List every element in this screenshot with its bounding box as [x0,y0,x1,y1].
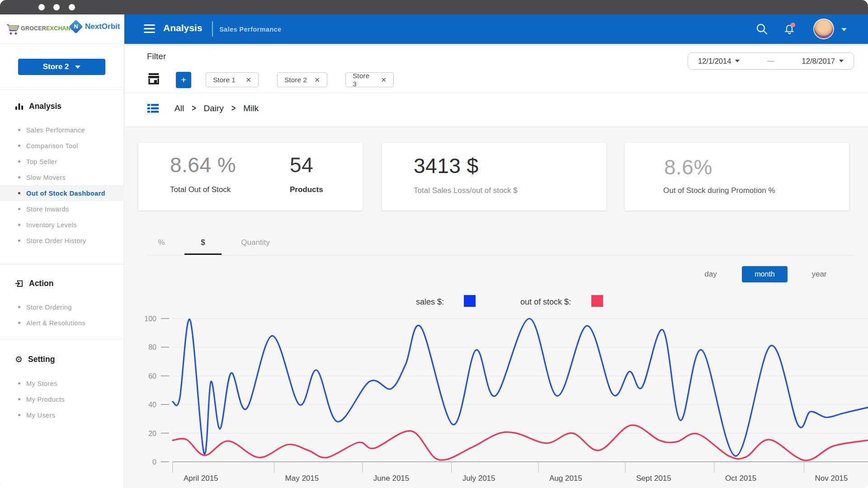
stat-value: 54 [290,153,313,177]
chip-close-icon[interactable]: ✕ [314,76,320,84]
stat-label: Products [290,185,323,194]
storefront-icon [147,73,160,84]
sidebar-divider [0,89,124,90]
sidebar-section-action: Action [15,277,53,290]
sidebar-action-items: Store Ordering Alert & Resolutions [0,299,124,331]
add-store-filter-button[interactable]: + [176,72,191,88]
legend-swatch-sales [464,295,476,307]
nextorbit-logo-icon: N [69,19,83,33]
sidebar-item-store-ordering[interactable]: Store Ordering [0,299,124,315]
sidebar-item-comparison-tool[interactable]: Comparison Tool [0,138,124,154]
filter-panel: Filter 12/1/2014 — 12/8/2017 + Store 1✕ … [124,44,868,127]
date-from[interactable]: 12/1/2014 [698,57,740,66]
page-subtitle: Sales Performance [219,26,281,33]
store-filter-chip[interactable]: Store 3✕ [345,72,394,87]
svg-text:May 2015: May 2015 [285,474,319,483]
svg-text:0: 0 [152,458,156,466]
breadcrumb-chevron-icon: > [231,103,236,114]
card-total-sales-loss: 3413 $ Total Sales Loss/out of stock $ [382,143,606,211]
period-option-day[interactable]: day [699,270,722,279]
notification-badge-dot [791,23,795,27]
nextorbit-logo-text: NextOrbit [85,22,120,31]
sidebar-item-store-inwards[interactable]: Store Inwards [0,201,124,217]
legend-swatch-out-of-stock [591,295,603,307]
sidebar-item-top-seller[interactable]: Top Seller [0,154,124,169]
period-option-year[interactable]: year [808,270,830,279]
chip-close-icon[interactable]: ✕ [245,76,251,84]
svg-text:100: 100 [144,315,156,323]
svg-text:Aug 2015: Aug 2015 [549,474,582,483]
hamburger-menu-icon[interactable] [144,24,155,33]
legend-label-out-of-stock: out of stock $: [520,297,571,307]
date-range-separator: — [767,57,774,65]
gear-icon: ⚙ [15,355,23,364]
chip-close-icon[interactable]: ✕ [381,76,387,84]
stat-value: 8.64 % [170,153,236,177]
window-control-minimize-icon[interactable] [53,4,60,10]
tab-dollar[interactable]: $ [192,238,214,247]
filter-title: Filter [147,52,166,61]
svg-text:July 2015: July 2015 [462,474,495,483]
sidebar-item-sales-performance[interactable]: Sales Performance [0,122,124,138]
svg-text:Nov 2015: Nov 2015 [815,474,848,483]
breadcrumb-item-dairy[interactable]: Dairy [203,103,223,113]
breadcrumb-chevron-icon: > [192,103,196,114]
breadcrumb-item-milk[interactable]: Milk [243,103,259,113]
search-icon[interactable] [755,22,769,36]
exit-to-app-icon [15,279,24,288]
breadcrumb: All > Dairy > Milk [147,103,259,113]
tab-percent[interactable]: % [150,238,173,247]
store-selector-button[interactable]: Store 2 [18,59,105,75]
sidebar-setting-items: My Stores My Products My Users [0,375,124,423]
sidebar-item-store-order-history[interactable]: Store Order History [0,233,124,249]
store-filter-chip[interactable]: Store 2✕ [277,72,327,87]
sidebar-item-my-users[interactable]: My Users [0,407,124,423]
period-option-month[interactable]: month [742,266,788,282]
tab-quantity[interactable]: Quantity [233,238,278,247]
svg-text:April 2015: April 2015 [184,474,218,483]
tabs-bottom-border [147,255,854,255]
header-divider [212,21,213,37]
grocer-cart-icon [6,23,20,35]
store-filter-chip[interactable]: Store 1✕ [206,72,259,87]
svg-text:20: 20 [148,430,156,437]
filter-divider [124,93,868,93]
svg-text:Oct 2015: Oct 2015 [725,474,756,483]
sidebar-item-out-of-stock-dashboard[interactable]: Out of Stock Dashboard [0,185,124,201]
sidebar-item-inventory-levels[interactable]: Inventory Levels [0,217,124,233]
sidebar-item-my-stores[interactable]: My Stores [0,375,124,391]
date-to[interactable]: 12/8/2017 [802,57,844,66]
date-range-picker[interactable]: 12/1/2014 — 12/8/2017 [688,52,854,70]
card-promo-out-of-stock: 8.6% Out of Stock during Promotion % [625,143,849,211]
sidebar-section-setting: ⚙ Setting [15,353,55,366]
sidebar-item-my-products[interactable]: My Products [0,391,124,407]
notifications-bell-icon[interactable] [782,22,797,36]
svg-text:June 2015: June 2015 [373,474,409,483]
window-control-maximize-icon[interactable] [69,4,75,10]
card-total-out-of-stock: 8.64 % Total Out of Stock 54 Products [138,143,363,211]
category-list-icon[interactable] [147,103,159,113]
svg-text:Sept 2015: Sept 2015 [636,474,671,483]
stat-value: 3413 $ [414,154,479,178]
chart-svg: 020406080100April 2015May 2015June 2015J… [136,311,868,487]
stat-label: Out of Stock during Promotion % [663,186,775,195]
sidebar: Store 2 Analysis Sales Performance Compa… [0,44,124,488]
sidebar-section-analysis: Analysis [15,100,61,113]
breadcrumb-item-all[interactable]: All [175,103,184,113]
app-header: Analysis Sales Performance [124,14,868,44]
sidebar-item-alert-resolutions[interactable]: Alert & Resolutions [0,315,124,331]
main-content: Filter 12/1/2014 — 12/8/2017 + Store 1✕ … [124,44,868,488]
app-window: GROCEREXCHANGE N NextOrbit Analysis Sale… [0,0,868,488]
sidebar-item-slow-movers[interactable]: Slow Movers [0,169,124,185]
grocer-logo-text-gray: GROCER [21,25,46,32]
window-control-close-icon[interactable] [38,4,45,10]
store-chevron-down-icon [75,66,80,69]
profile-chevron-down-icon[interactable] [841,28,847,31]
stat-value: 8.6% [664,155,712,179]
svg-text:80: 80 [148,343,156,351]
window-titlebar [0,0,868,14]
logo-strip: GROCEREXCHANGE N NextOrbit [0,14,124,44]
user-avatar[interactable] [813,19,834,39]
sidebar-analysis-items: Sales Performance Comparison Tool Top Se… [0,122,124,249]
page-title: Analysis [163,23,202,33]
